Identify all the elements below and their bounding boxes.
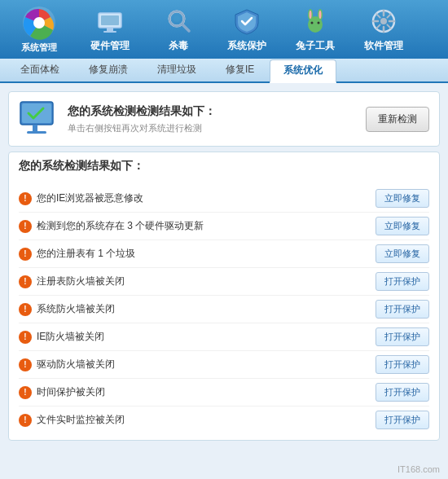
svg-point-1 bbox=[33, 17, 45, 29]
warning-icon: ! bbox=[19, 275, 32, 288]
nav-software[interactable]: 软件管理 bbox=[350, 3, 417, 56]
result-row: ! 您的IE浏览器被恶意修改 立即修复 bbox=[19, 185, 429, 213]
warning-icon: ! bbox=[19, 358, 32, 371]
logo-icon bbox=[22, 6, 56, 40]
warning-icon: ! bbox=[19, 386, 32, 399]
results-title: 您的系统检测结果如下： bbox=[19, 159, 429, 178]
result-row: ! 检测到您的系统存在 3 个硬件驱动更新 立即修复 bbox=[19, 213, 429, 240]
monitor-icon bbox=[19, 100, 59, 138]
tab-clean-junk[interactable]: 清理垃圾 bbox=[143, 59, 210, 81]
action-btn-2[interactable]: 立即修复 bbox=[376, 244, 429, 263]
result-row: ! IE防火墙被关闭 打开保护 bbox=[19, 323, 429, 351]
result-text-5: IE防火墙被关闭 bbox=[37, 330, 104, 344]
nav-software-label: 软件管理 bbox=[364, 39, 403, 53]
svg-point-13 bbox=[310, 11, 312, 19]
svg-line-23 bbox=[376, 14, 380, 17]
svg-line-24 bbox=[387, 24, 390, 28]
hardware-icon bbox=[95, 7, 125, 36]
svg-point-16 bbox=[318, 21, 320, 24]
result-left: ! 驱动防火墙被关闭 bbox=[19, 358, 115, 371]
result-text-3: 注册表防火墙被关闭 bbox=[37, 275, 125, 288]
action-btn-3[interactable]: 打开保护 bbox=[376, 272, 429, 291]
action-btn-5[interactable]: 打开保护 bbox=[376, 327, 429, 346]
summary-title: 您的系统检测检测结果如下： bbox=[68, 104, 216, 119]
result-text-4: 系统防火墙被关闭 bbox=[37, 302, 115, 316]
top-navigation: 系统管理 硬件管理 杀毒 bbox=[0, 0, 448, 59]
redetect-button[interactable]: 重新检测 bbox=[366, 107, 429, 132]
result-left: ! 注册表防火墙被关闭 bbox=[19, 275, 125, 288]
result-left: ! 您的注册表有 1 个垃圾 bbox=[19, 247, 135, 261]
svg-point-14 bbox=[319, 11, 322, 19]
warning-icon: ! bbox=[19, 303, 32, 316]
result-left: ! 时间保护被关闭 bbox=[19, 385, 105, 399]
result-row: ! 驱动防火墙被关闭 打开保护 bbox=[19, 351, 429, 379]
tab-repair-broken[interactable]: 修复崩溃 bbox=[75, 59, 142, 81]
tab-repair-ie[interactable]: 修复IE bbox=[212, 59, 268, 81]
result-row: ! 系统防火墙被关闭 打开保护 bbox=[19, 296, 429, 323]
nav-protect[interactable]: 系统保护 bbox=[213, 3, 280, 56]
nav-kill-label: 杀毒 bbox=[169, 39, 188, 53]
nav-rabbit-label: 兔子工具 bbox=[296, 39, 335, 53]
watermark: IT168.com bbox=[397, 464, 440, 474]
summary-left: 您的系统检测检测结果如下： 单击右侧按钮再次对系统进行检测 bbox=[19, 100, 216, 138]
tab-checkup[interactable]: 全面体检 bbox=[7, 59, 73, 81]
action-btn-0[interactable]: 立即修复 bbox=[376, 189, 429, 208]
result-text-0: 您的IE浏览器被恶意修改 bbox=[37, 191, 143, 205]
nav-hardware-label: 硬件管理 bbox=[90, 39, 130, 53]
result-row: ! 您的注册表有 1 个垃圾 立即修复 bbox=[19, 240, 429, 268]
result-left: ! 系统防火墙被关闭 bbox=[19, 302, 115, 316]
action-btn-6[interactable]: 打开保护 bbox=[376, 355, 429, 374]
nav-kill[interactable]: 杀毒 bbox=[145, 3, 212, 56]
software-icon bbox=[369, 7, 398, 36]
result-row: ! 注册表防火墙被关闭 打开保护 bbox=[19, 268, 429, 296]
action-btn-8[interactable]: 打开保护 bbox=[376, 411, 429, 429]
svg-point-15 bbox=[311, 21, 314, 24]
nav-hardware[interactable]: 硬件管理 bbox=[77, 3, 143, 56]
result-text-8: 文件实时监控被关闭 bbox=[37, 413, 125, 427]
nav-protect-label: 系统保护 bbox=[227, 39, 266, 53]
svg-point-18 bbox=[380, 18, 387, 24]
result-text-7: 时间保护被关闭 bbox=[37, 385, 105, 399]
svg-rect-4 bbox=[107, 28, 113, 31]
shield-icon bbox=[232, 7, 261, 36]
svg-line-8 bbox=[182, 24, 189, 31]
svg-line-25 bbox=[387, 14, 390, 17]
result-left: ! 文件实时监控被关闭 bbox=[19, 413, 125, 427]
action-btn-7[interactable]: 打开保护 bbox=[376, 383, 429, 402]
nav-rabbit[interactable]: 兔子工具 bbox=[282, 3, 349, 56]
svg-rect-3 bbox=[101, 15, 119, 25]
summary-text: 您的系统检测检测结果如下： 单击右侧按钮再次对系统进行检测 bbox=[68, 104, 216, 134]
result-text-1: 检测到您的系统存在 3 个硬件驱动更新 bbox=[37, 219, 204, 233]
svg-point-9 bbox=[173, 15, 180, 22]
result-row: ! 时间保护被关闭 打开保护 bbox=[19, 379, 429, 406]
action-btn-4[interactable]: 打开保护 bbox=[376, 300, 429, 319]
tab-optimize[interactable]: 系统优化 bbox=[270, 59, 336, 83]
results-panel: 您的系统检测结果如下： ! 您的IE浏览器被恶意修改 立即修复 ! 检测到您的系… bbox=[8, 152, 440, 441]
result-text-6: 驱动防火墙被关闭 bbox=[37, 358, 115, 371]
svg-rect-29 bbox=[33, 125, 37, 131]
warning-icon: ! bbox=[19, 220, 32, 233]
result-left: ! 检测到您的系统存在 3 个硬件驱动更新 bbox=[19, 219, 204, 233]
result-text-2: 您的注册表有 1 个垃圾 bbox=[37, 247, 135, 261]
svg-rect-5 bbox=[103, 31, 116, 33]
logo-area: 系统管理 bbox=[7, 3, 72, 56]
warning-icon: ! bbox=[19, 331, 32, 344]
result-left: ! IE防火墙被关闭 bbox=[19, 330, 104, 344]
svg-rect-30 bbox=[27, 131, 46, 134]
summary-panel: 您的系统检测检测结果如下： 单击右侧按钮再次对系统进行检测 重新检测 bbox=[8, 91, 440, 147]
summary-subtitle: 单击右侧按钮再次对系统进行检测 bbox=[68, 122, 216, 134]
warning-icon: ! bbox=[19, 248, 32, 261]
result-row: ! 文件实时监控被关闭 打开保护 bbox=[19, 406, 429, 433]
tab-bar: 全面体检 修复崩溃 清理垃圾 修复IE 系统优化 bbox=[0, 59, 448, 83]
action-btn-1[interactable]: 立即修复 bbox=[376, 217, 429, 235]
kill-icon bbox=[164, 7, 193, 36]
warning-icon: ! bbox=[19, 192, 32, 205]
svg-line-26 bbox=[376, 24, 380, 28]
warning-icon: ! bbox=[19, 414, 32, 427]
results-list: ! 您的IE浏览器被恶意修改 立即修复 ! 检测到您的系统存在 3 个硬件驱动更… bbox=[19, 185, 429, 433]
logo-label: 系统管理 bbox=[21, 42, 57, 54]
result-left: ! 您的IE浏览器被恶意修改 bbox=[19, 191, 143, 205]
rabbit-icon bbox=[301, 7, 330, 36]
